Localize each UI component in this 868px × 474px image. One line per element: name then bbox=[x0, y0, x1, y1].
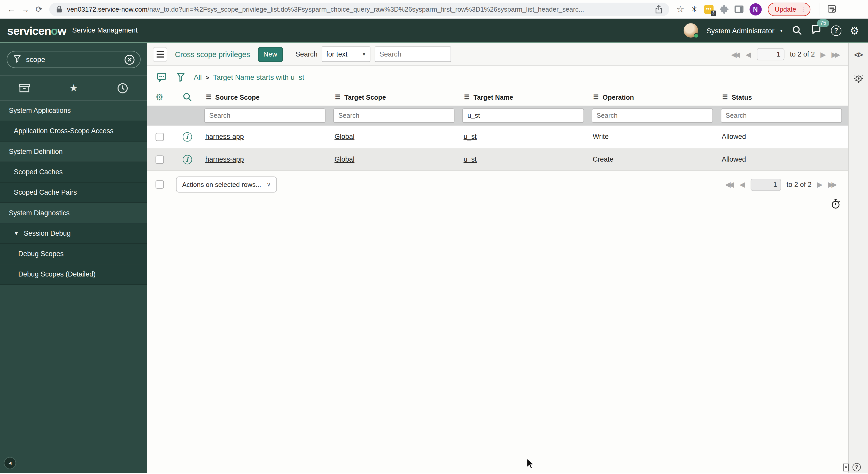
sidebar-item-debug-scopes[interactable]: Debug Scopes bbox=[0, 244, 147, 264]
cell-target-name-link[interactable]: u_st bbox=[463, 133, 476, 140]
filter-input-status[interactable] bbox=[721, 108, 842, 123]
column-menu-icon[interactable]: ☰ bbox=[593, 94, 598, 101]
chat-extension-icon[interactable]: •••3 bbox=[704, 5, 713, 13]
row-checkbox[interactable] bbox=[155, 132, 163, 141]
tab-all-applications[interactable] bbox=[0, 82, 49, 94]
column-header-status[interactable]: ☰Status bbox=[719, 93, 848, 101]
sidebar-item-session-debug[interactable]: ▼Session Debug bbox=[0, 224, 147, 244]
expand-triangle-icon[interactable]: ▼ bbox=[14, 231, 19, 236]
breadcrumb-separator: > bbox=[206, 74, 209, 80]
bookmark-star-icon[interactable]: ☆ bbox=[676, 4, 685, 14]
actions-select[interactable]: Actions on selected rows... ∨ bbox=[176, 177, 277, 193]
sidebar-item-application-cross-scope-access[interactable]: Application Cross-Scope Access bbox=[0, 121, 147, 141]
sidebar-item-system-definition[interactable]: System Definition bbox=[0, 142, 147, 162]
sidebar-item-system-applications[interactable]: System Applications bbox=[0, 101, 147, 121]
rail-bottom-icons: ? bbox=[843, 463, 861, 471]
next-page-button[interactable]: ▶ bbox=[817, 181, 823, 188]
browser-profile-avatar[interactable]: N bbox=[749, 3, 762, 15]
column-menu-icon[interactable]: ☰ bbox=[464, 94, 470, 101]
sidebar-item-label: Session Debug bbox=[24, 230, 71, 237]
list-gear-icon[interactable]: ⚙ bbox=[156, 93, 163, 101]
tab-history[interactable] bbox=[98, 82, 147, 94]
column-search-icon[interactable] bbox=[182, 93, 192, 102]
browser-menu-dots-icon[interactable]: ⋮ bbox=[800, 5, 805, 13]
filter-input-source-scope[interactable] bbox=[204, 108, 326, 123]
breadcrumb-filter-link[interactable]: Target Name starts with u_st bbox=[213, 73, 304, 81]
settings-gear-icon[interactable]: ⚙ bbox=[850, 25, 859, 36]
address-bar[interactable]: ven03172.service-now.com/nav_to.do?uri=%… bbox=[49, 3, 669, 16]
user-menu[interactable]: System Administrator bbox=[707, 26, 774, 35]
browser-forward-icon[interactable]: → bbox=[18, 4, 32, 14]
breadcrumb-filter-icon[interactable] bbox=[177, 72, 185, 82]
user-avatar[interactable] bbox=[684, 23, 698, 38]
archive-box-icon bbox=[18, 82, 30, 94]
last-page-button[interactable]: ▶▶ bbox=[828, 181, 837, 188]
response-time-stopwatch-icon[interactable] bbox=[831, 199, 840, 209]
bottom-help-icon[interactable]: ? bbox=[852, 463, 861, 471]
reading-list-icon[interactable] bbox=[828, 5, 836, 13]
cell-target-name-link[interactable]: u_st bbox=[463, 156, 476, 163]
list-title-link[interactable]: Cross scope privileges bbox=[175, 50, 250, 58]
help-icon[interactable]: ? bbox=[831, 25, 841, 36]
clear-filter-icon[interactable] bbox=[124, 54, 135, 65]
first-page-button[interactable]: ◀◀ bbox=[731, 50, 740, 58]
column-menu-icon[interactable]: ☰ bbox=[722, 94, 728, 101]
first-page-button[interactable]: ◀◀ bbox=[725, 181, 734, 188]
list-content: Cross scope privileges New Search for te… bbox=[147, 43, 848, 473]
list-context-menu-button[interactable] bbox=[153, 47, 167, 62]
suggestion-lightbulb-icon[interactable] bbox=[853, 74, 864, 85]
column-menu-icon[interactable]: ☰ bbox=[206, 94, 211, 101]
sidebar-item-label: Scoped Cache Pairs bbox=[14, 189, 77, 197]
new-record-button[interactable]: New bbox=[258, 47, 283, 62]
column-menu-icon[interactable]: ☰ bbox=[335, 94, 340, 101]
sidebar-collapse-button[interactable]: ◄ bbox=[4, 457, 16, 469]
page-number-input[interactable] bbox=[757, 48, 784, 60]
cell-source-scope-link[interactable]: harness-app bbox=[206, 133, 244, 140]
list-search-input[interactable] bbox=[375, 46, 452, 62]
sidebar-item-label: Scoped Caches bbox=[14, 168, 63, 176]
extensions-puzzle-icon[interactable] bbox=[719, 5, 728, 13]
sidebar-item-scoped-cache-pairs[interactable]: Scoped Cache Pairs bbox=[0, 182, 147, 203]
sidebar-item-debug-scopes-detailed[interactable]: Debug Scopes (Detailed) bbox=[0, 264, 147, 285]
browser-update-button[interactable]: Update ⋮ bbox=[768, 3, 811, 16]
filter-input-target-name[interactable] bbox=[462, 108, 584, 123]
navigator-filter-input[interactable]: scope bbox=[7, 51, 141, 68]
column-header-target-name[interactable]: ☰Target Name bbox=[461, 93, 590, 101]
record-info-icon[interactable]: i bbox=[182, 132, 192, 141]
browser-back-icon[interactable]: ← bbox=[4, 4, 18, 14]
code-panel-icon[interactable]: </> bbox=[854, 51, 862, 59]
global-search-icon[interactable] bbox=[792, 25, 803, 36]
search-type-select[interactable]: for text ▼ bbox=[322, 46, 371, 62]
previous-page-button[interactable]: ◀ bbox=[746, 50, 751, 58]
breadcrumb-all-link[interactable]: All bbox=[194, 73, 202, 81]
column-header-target-scope[interactable]: ☰Target Scope bbox=[332, 93, 461, 101]
cell-target-scope-link[interactable]: Global bbox=[335, 156, 354, 163]
last-page-button[interactable]: ▶▶ bbox=[832, 50, 840, 58]
star-icon: ★ bbox=[69, 83, 78, 93]
cell-status: Allowed bbox=[722, 156, 746, 163]
column-header-source-scope[interactable]: ☰Source Scope bbox=[203, 93, 332, 101]
filter-input-operation[interactable] bbox=[592, 108, 713, 123]
filter-input-target-scope[interactable] bbox=[333, 108, 455, 123]
column-header-operation[interactable]: ☰Operation bbox=[590, 93, 719, 101]
mini-document-icon[interactable] bbox=[843, 464, 848, 471]
page-number-input[interactable] bbox=[750, 178, 781, 191]
spinner-icon[interactable]: ✳ bbox=[691, 4, 698, 14]
previous-page-button[interactable]: ◀ bbox=[739, 181, 745, 188]
side-panel-icon[interactable] bbox=[735, 5, 743, 13]
sidebar-item-scoped-caches[interactable]: Scoped Caches bbox=[0, 162, 147, 182]
browser-reload-icon[interactable]: ⟳ bbox=[32, 4, 46, 14]
next-page-button[interactable]: ▶ bbox=[820, 50, 826, 58]
sidebar-item-system-diagnostics[interactable]: System Diagnostics bbox=[0, 203, 147, 223]
chevron-down-icon[interactable]: ▼ bbox=[779, 28, 783, 32]
row-checkbox[interactable] bbox=[155, 155, 163, 163]
cell-source-scope-link[interactable]: harness-app bbox=[206, 156, 244, 163]
record-info-icon[interactable]: i bbox=[182, 155, 192, 164]
tab-favorites[interactable]: ★ bbox=[49, 83, 98, 93]
cell-status: Allowed bbox=[722, 133, 746, 140]
conversations-icon[interactable]: 75 bbox=[811, 24, 823, 37]
cell-target-scope-link[interactable]: Global bbox=[335, 133, 354, 140]
select-all-checkbox[interactable] bbox=[156, 180, 164, 189]
share-icon[interactable] bbox=[655, 5, 663, 13]
list-chat-icon[interactable] bbox=[157, 72, 168, 82]
